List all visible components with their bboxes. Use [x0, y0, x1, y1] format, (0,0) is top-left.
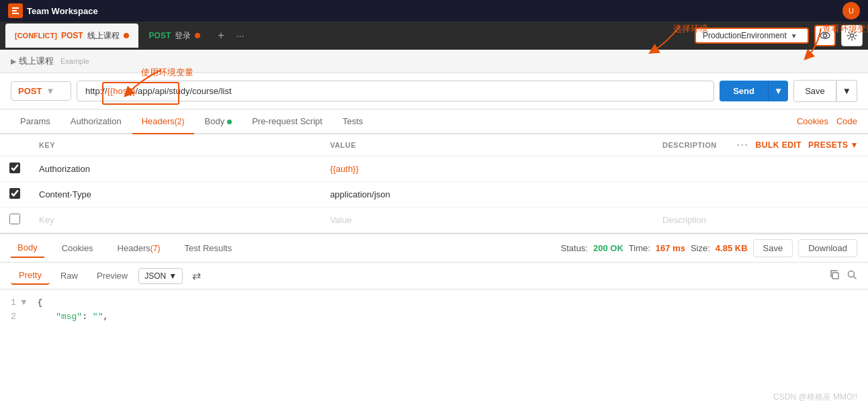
time-value: 167 ms	[656, 243, 685, 253]
tab-add-button[interactable]: +	[214, 28, 228, 43]
response-status: Status: 200 OK Time: 167 ms Size: 4.85 K…	[561, 239, 857, 257]
request-tabs-right: Cookies Code	[797, 109, 857, 133]
line-num-2: 2	[11, 310, 24, 324]
method-select[interactable]: POST ▼	[11, 81, 71, 101]
response-download-button[interactable]: Download	[798, 239, 857, 257]
response-save-button[interactable]: Save	[753, 239, 793, 257]
watermark: CSDN @格格巫 MMO!!	[773, 391, 857, 404]
code-colon: :	[82, 312, 93, 322]
response-bar: Body Cookies Headers(7) Test Results Sta…	[0, 234, 868, 263]
code-line-1: 1 ▼ {	[11, 296, 857, 310]
tabs-row: [CONFLICT] POST 线上课程 POST 登录 + ··· Produ…	[0, 21, 868, 50]
tabs-right: ProductionEnvironment ▼	[695, 25, 863, 46]
value-text-1: {{auth}}	[330, 164, 359, 174]
format-right-icons	[829, 269, 857, 283]
resp-tab-test-results[interactable]: Test Results	[177, 239, 238, 257]
save-button[interactable]: Save	[793, 80, 836, 102]
resp-tab-headers[interactable]: Headers(7)	[111, 239, 167, 257]
env-dropdown-arrow-icon: ▼	[791, 32, 801, 40]
send-dropdown-button[interactable]: ▼	[768, 81, 788, 101]
environment-select[interactable]: ProductionEnvironment ▼	[695, 28, 809, 44]
tab-dot-1	[124, 33, 129, 38]
desc-cell-2[interactable]	[653, 182, 868, 208]
url-suffix: /app/api/study/course/list	[135, 86, 231, 96]
view-env-button[interactable]	[814, 25, 836, 46]
size-value: 4.85 KB	[715, 243, 748, 253]
url-area: POST ▼ http://{{host}}/app/api/study/cou…	[0, 73, 868, 109]
breadcrumb-text: 线上课程	[19, 55, 54, 67]
tab-params[interactable]: Params	[11, 109, 60, 134]
format-tab-raw[interactable]: Raw	[52, 267, 86, 284]
checkbox-cell-2	[0, 182, 30, 208]
format-tab-pretty[interactable]: Pretty	[11, 267, 50, 285]
tab-authorization[interactable]: Authorization	[61, 109, 131, 134]
value-placeholder[interactable]: Value	[320, 208, 653, 233]
header-row-1: Authorization {{auth}}	[0, 156, 868, 182]
gear-icon	[847, 30, 857, 41]
wrap-icon-button[interactable]: ⇄	[189, 267, 204, 285]
method-label: POST	[18, 86, 42, 96]
header-row-2: Content-Type application/json	[0, 182, 868, 208]
copy-icon[interactable]	[829, 269, 840, 283]
format-select[interactable]: JSON ▼	[138, 268, 183, 284]
app-container: Team Workspace U [CONFLICT] POST 线上课程 PO…	[0, 0, 868, 409]
tab-name-2: 登录	[175, 30, 191, 42]
checkbox-1[interactable]	[9, 163, 20, 173]
key-cell-1[interactable]: Authorization	[30, 156, 320, 182]
format-dropdown-icon: ▼	[169, 271, 177, 281]
tab-headers[interactable]: Headers(2)	[132, 109, 194, 134]
table-more-icon[interactable]: ···	[737, 140, 749, 150]
checkbox-cell-1	[0, 156, 30, 182]
desc-placeholder[interactable]: Description	[653, 208, 868, 233]
code-line-2: 2 "msg": "",	[11, 310, 857, 324]
top-bar-title: Team Workspace	[27, 6, 98, 16]
value-cell-2[interactable]: application/json	[320, 182, 653, 208]
desc-cell-1[interactable]	[653, 156, 868, 182]
status-label: Status:	[561, 243, 588, 253]
format-tab-preview[interactable]: Preview	[89, 267, 136, 284]
format-value: JSON	[144, 271, 166, 281]
url-host: {{host}}	[107, 86, 136, 96]
tab-method-1: POST	[61, 31, 83, 40]
resp-tab-body[interactable]: Body	[11, 238, 44, 258]
svg-point-4	[824, 34, 827, 38]
value-cell-1[interactable]: {{auth}}	[320, 156, 653, 182]
tab-login[interactable]: POST 登录	[140, 24, 210, 48]
breadcrumb: ▶ 线上课程 Example	[0, 50, 868, 73]
resp-tab-cookies[interactable]: Cookies	[55, 239, 100, 257]
code-area: 1 ▼ { 2 "msg": "", CSDN @格格巫 MMO!!	[0, 289, 868, 409]
tab-pre-request[interactable]: Pre-request Script	[243, 109, 332, 134]
tab-name-1: 线上课程	[87, 30, 120, 42]
checkbox-2[interactable]	[9, 188, 20, 199]
code-link[interactable]: Code	[836, 109, 857, 133]
app-logo: Team Workspace	[8, 3, 98, 18]
bulk-edit-button[interactable]: Bulk Edit	[756, 140, 802, 150]
tab-tests[interactable]: Tests	[333, 109, 372, 134]
key-placeholder[interactable]: Key	[30, 208, 320, 233]
svg-rect-6	[832, 273, 838, 279]
time-label: Time:	[629, 243, 650, 253]
conflict-label: [CONFLICT]	[15, 32, 57, 40]
tab-conflict-post[interactable]: [CONFLICT] POST 线上课程	[5, 24, 138, 48]
header-row-placeholder: Key Value Description	[0, 208, 868, 233]
url-display[interactable]: http://{{host}}/app/api/study/course/lis…	[77, 81, 714, 101]
checkbox-placeholder[interactable]	[9, 214, 20, 224]
headers-table-container: KEY VALUE DESCRIPTION ··· Bulk Edit Pres…	[0, 134, 868, 234]
url-row: POST ▼ http://{{host}}/app/api/study/cou…	[0, 73, 868, 109]
tab-dot-2	[195, 33, 200, 38]
key-cell-2[interactable]: Content-Type	[30, 182, 320, 208]
presets-button[interactable]: Presets ▼	[808, 140, 859, 150]
cookies-link[interactable]: Cookies	[797, 109, 828, 133]
tabs-area: [CONFLICT] POST 线上课程 POST 登录 + ··· Produ…	[0, 21, 868, 50]
settings-button[interactable]	[841, 25, 863, 46]
code-val-msg: ""	[93, 312, 103, 322]
search-icon[interactable]	[847, 269, 857, 283]
save-dropdown-button[interactable]: ▼	[836, 80, 857, 102]
code-punc-1: {	[37, 296, 42, 310]
send-btn-group: Send ▼	[720, 81, 788, 101]
tab-more-button[interactable]: ···	[232, 29, 249, 42]
line-num-1: 1 ▼	[11, 296, 26, 310]
request-tabs-row: Params Authorization Headers(2) Body Pre…	[0, 109, 868, 134]
tab-body[interactable]: Body	[196, 109, 242, 134]
send-button[interactable]: Send	[720, 81, 768, 101]
